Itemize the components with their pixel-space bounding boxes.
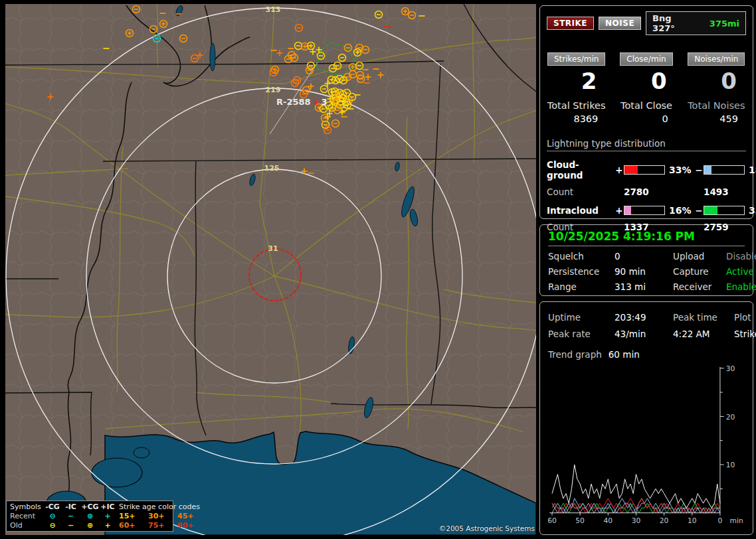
recent-circle-minus-icon: ⊖ <box>43 512 62 521</box>
age-45: 45+ <box>177 512 205 521</box>
noises-per-min-chip: Noises/min <box>688 52 745 66</box>
count-label: Count <box>547 187 624 197</box>
noise-mode-button[interactable]: NOISE <box>599 17 641 30</box>
xtick-60: 60 <box>548 516 557 525</box>
rate-values-row: 2 0 0 <box>547 66 746 94</box>
xtick-30: 30 <box>632 516 641 525</box>
plot-value: Strike <box>734 329 756 339</box>
persistence-value: 90 min <box>614 266 673 277</box>
ytick-30: 30 <box>726 364 735 373</box>
stats-row-1: Uptime 203:49 Peak time Plot <box>548 312 745 323</box>
plot-label: Plot <box>734 312 751 323</box>
total-noises-value: 459 <box>687 114 746 124</box>
trend-graph-row: Trend graph 60 min <box>548 349 745 360</box>
cg-minus-bar-fill <box>704 166 711 174</box>
squelch-value: 0 <box>614 251 673 262</box>
trend-series-lines <box>552 465 720 513</box>
lightning-map[interactable]: 313 219 125 31 R-2588+3√ <box>5 4 536 535</box>
xtick-50: 50 <box>575 516 585 525</box>
ic-minus-count: 2759 <box>704 222 746 232</box>
total-close-value: 0 <box>616 114 676 124</box>
legend-col-pos-cg: +CG <box>80 502 100 512</box>
uptime-label: Uptime <box>548 312 614 323</box>
status-panel: 10/25/2025 4:19:16 PM Squelch 0 Upload D… <box>539 224 753 296</box>
stats-row-2: Peak rate 43/min 4:22 AM Strike <box>548 329 745 339</box>
plus-sign: + <box>614 165 624 175</box>
old-plus-icon: + <box>100 521 115 530</box>
total-noises-label: Total Noises <box>687 100 746 111</box>
ic-minus-bar-fill <box>704 206 717 214</box>
legend-col-pos-ic: +IC <box>100 502 115 512</box>
copyright-label: ©2005 Astrogenic Systems <box>439 524 535 532</box>
strikes-per-min-value: 2 <box>547 70 606 94</box>
capture-label: Capture <box>673 266 726 277</box>
ic-plus-pct: 16% <box>665 205 694 216</box>
receiver-value: Enabled <box>726 281 756 292</box>
storm-cell-label: R-2588+3√ <box>276 97 335 107</box>
age-60: 60+ <box>119 521 148 530</box>
total-values-row: 8369 0 459 <box>547 111 746 124</box>
ring-label-313: 313 <box>266 5 281 14</box>
total-labels-row: Total Strikes Total Close Total Noises <box>547 94 746 111</box>
sidebar: STRIKE NOISE Bng 327° 375mi Strikes/min … <box>539 4 753 535</box>
total-close-label: Total Close <box>616 100 676 111</box>
strike-mode-button[interactable]: STRIKE <box>547 17 594 30</box>
peak-rate-value: 43/min <box>614 329 673 339</box>
datetime-display: 10/25/2025 4:19:16 PM <box>548 230 745 246</box>
range-label: Range <box>548 281 614 292</box>
ring-label-31: 31 <box>268 244 278 253</box>
legend-row-recent: Recent <box>10 512 43 521</box>
map-panel[interactable]: 313 219 125 31 R-2588+3√ Symbols -CG -IC… <box>5 4 536 535</box>
rate-chips-row: Strikes/min Close/min Noises/min <box>547 52 746 66</box>
age-30: 30+ <box>148 512 177 521</box>
noises-per-min-value: 0 <box>687 70 746 94</box>
recent-circle-plus-icon: ⊕ <box>80 512 100 521</box>
bearing-label: Bng 327° <box>652 13 696 33</box>
plus-sign: + <box>614 205 624 216</box>
peak-time-label: Peak time <box>673 312 734 323</box>
cg-plus-bar <box>624 165 665 175</box>
ytick-10: 10 <box>726 461 735 469</box>
xtick-10: 10 <box>688 516 697 525</box>
ic-plus-bar-fill <box>624 206 631 214</box>
trend-series--cg-rate <box>552 499 720 513</box>
mode-button-row: STRIKE NOISE Bng 327° 375mi <box>547 11 746 35</box>
cg-plus-pct: 33% <box>665 165 694 175</box>
x-unit-label: min <box>730 516 743 525</box>
xtick-40: 40 <box>604 516 613 525</box>
upload-label: Upload <box>673 251 726 262</box>
age-15: 15+ <box>119 512 148 521</box>
recent-minus-icon: − <box>62 512 80 521</box>
legend-row-old: Old <box>10 521 43 530</box>
recent-plus-icon: + <box>100 512 115 521</box>
total-strikes-label: Total Strikes <box>547 100 606 111</box>
cloud-ground-label: Cloud-ground <box>547 159 614 181</box>
strike-summary-panel: STRIKE NOISE Bng 327° 375mi Strikes/min … <box>539 5 753 219</box>
bearing-distance: 375mi <box>709 19 739 29</box>
old-circle-plus-icon: ⊕ <box>80 521 100 530</box>
cg-minus-bar <box>704 165 745 175</box>
ic-minus-pct: 33% <box>745 205 756 216</box>
xtick-0: 0 <box>718 516 723 525</box>
legend-col-neg-ic: -IC <box>62 502 80 512</box>
capture-value: Active <box>726 266 754 277</box>
trend-series--cg-rate <box>552 499 720 513</box>
age-75: 75+ <box>148 521 177 530</box>
old-minus-icon: − <box>62 521 80 530</box>
ic-minus-bar <box>704 206 745 215</box>
trend-graph-chart: 30 20 10 60 50 40 30 20 10 0 min <box>548 362 746 528</box>
xtick-20: 20 <box>660 516 669 525</box>
strikes-per-min-chip: Strikes/min <box>547 52 605 66</box>
stats-panel: Uptime 203:49 Peak time Plot Peak rate 4… <box>539 301 753 535</box>
app-window: { "header":{ "strike_button":"STRIKE","n… <box>0 0 756 539</box>
age-90: 90+ <box>177 521 205 530</box>
status-row-squelch: Squelch 0 Upload Disabled <box>548 251 745 262</box>
cg-plus-count: 2780 <box>624 187 704 197</box>
legend-age-header: Strike age color codes <box>119 502 205 512</box>
squelch-label: Squelch <box>548 251 614 262</box>
ring-label-125: 125 <box>264 164 280 173</box>
uptime-value: 203:49 <box>614 312 673 323</box>
cloud-ground-row: Cloud-ground + 33% − 18% <box>547 159 746 181</box>
close-per-min-chip: Close/min <box>620 52 672 66</box>
total-strikes-value: 8369 <box>547 114 606 124</box>
